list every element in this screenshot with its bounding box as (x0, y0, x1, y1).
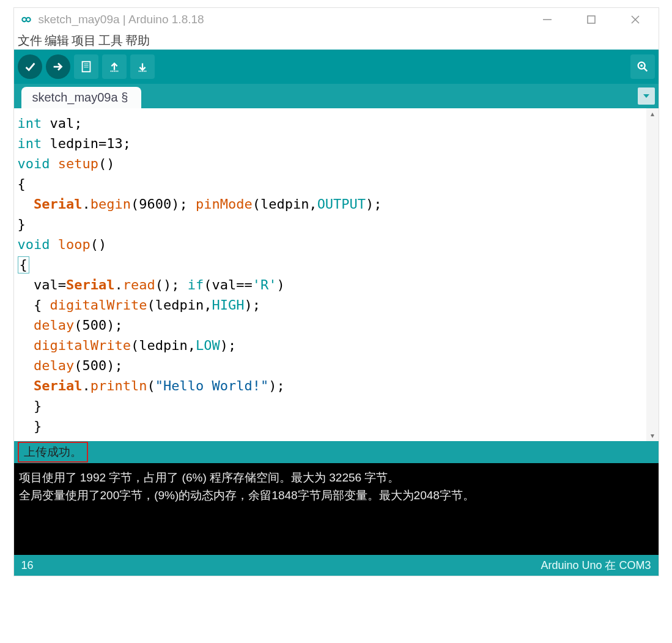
status-strip: 上传成功。 (14, 441, 659, 463)
menubar: 文件 编辑 项目 工具 帮助 (14, 31, 659, 50)
editor-area: int val; int ledpin=13; void setup() { S… (14, 108, 659, 441)
close-button[interactable] (629, 13, 641, 26)
menu-file[interactable]: 文件 (17, 32, 43, 49)
footer-bar: 16 Arduino Uno 在 COM3 (14, 555, 659, 576)
svg-line-13 (643, 68, 647, 72)
open-button[interactable] (102, 54, 127, 79)
serial-monitor-button[interactable] (630, 54, 655, 79)
tab-label: sketch_may09a § (32, 91, 128, 104)
console-output[interactable]: 项目使用了 1992 字节，占用了 (6%) 程序存储空间。最大为 32256 … (14, 463, 659, 555)
console-line: 项目使用了 1992 字节，占用了 (6%) 程序存储空间。最大为 32256 … (19, 469, 654, 487)
board-port: Arduino Uno 在 COM3 (541, 558, 651, 573)
new-button[interactable] (74, 54, 98, 79)
menu-tools[interactable]: 工具 (97, 32, 124, 49)
arduino-logo-icon (20, 13, 32, 26)
scroll-up-icon[interactable]: ▴ (646, 108, 659, 119)
titlebar[interactable]: sketch_may09a | Arduino 1.8.18 (14, 8, 659, 31)
menu-sketch[interactable]: 项目 (70, 32, 97, 49)
console-line: 全局变量使用了200字节，(9%)的动态内存，余留1848字节局部变量。最大为2… (19, 487, 654, 505)
svg-rect-6 (82, 62, 90, 72)
window-controls (541, 13, 652, 26)
menu-help[interactable]: 帮助 (124, 32, 151, 49)
window-title: sketch_may09a | Arduino 1.8.18 (39, 13, 204, 26)
app-window: sketch_may09a | Arduino 1.8.18 文件 编辑 项目 … (13, 7, 659, 576)
menu-edit[interactable]: 编辑 (43, 32, 70, 49)
tab-dropdown-button[interactable] (638, 87, 655, 105)
maximize-button[interactable] (585, 13, 597, 26)
code-editor[interactable]: int val; int ledpin=13; void setup() { S… (14, 108, 646, 441)
status-message: 上传成功。 (18, 442, 88, 463)
save-button[interactable] (130, 54, 155, 79)
svg-point-1 (26, 18, 31, 22)
minimize-button[interactable] (541, 13, 553, 26)
toolbar (14, 50, 659, 84)
upload-button[interactable] (46, 54, 70, 79)
tabbar: sketch_may09a § (14, 84, 659, 108)
vertical-scrollbar[interactable]: ▴ ▾ (646, 108, 659, 441)
svg-rect-3 (588, 16, 595, 23)
svg-point-14 (640, 64, 643, 67)
line-number: 16 (21, 559, 34, 572)
scroll-down-icon[interactable]: ▾ (646, 430, 659, 441)
verify-button[interactable] (18, 54, 42, 79)
tab-sketch[interactable]: sketch_may09a § (21, 87, 142, 108)
